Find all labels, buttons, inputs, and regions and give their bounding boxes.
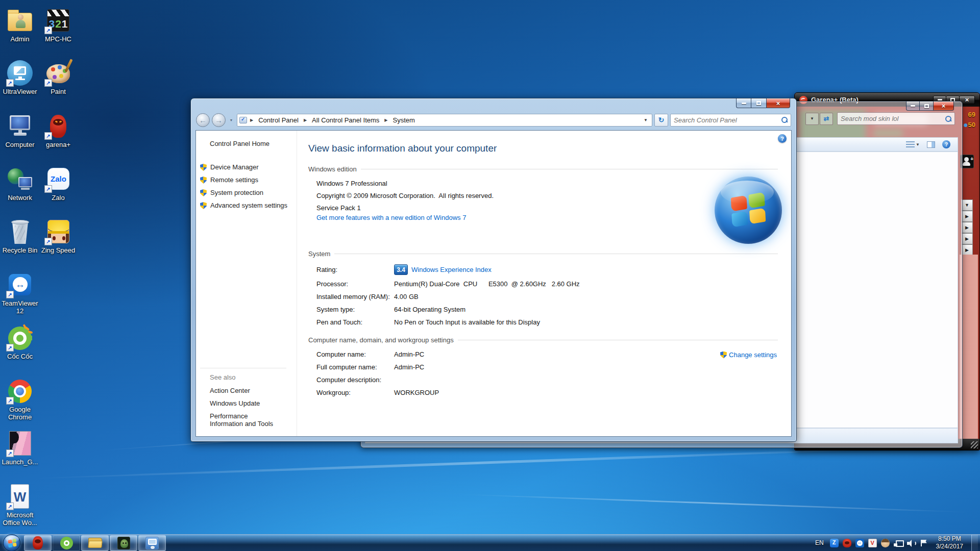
system-settings-taskbar-icon: [145, 537, 159, 549]
desktop-icon-zing-speed[interactable]: Zing Speed: [36, 218, 81, 255]
tray-zalo-icon[interactable]: [830, 539, 839, 547]
garena-panel-arrow-button[interactable]: ▶: [961, 211, 973, 222]
breadcrumb-system[interactable]: System: [390, 116, 416, 124]
explorer-close-button[interactable]: ×: [934, 102, 954, 111]
shortcut-arrow-icon: [6, 449, 14, 457]
folder-user-icon: [7, 7, 33, 34]
address-bar[interactable]: ▶ Control Panel ▶ All Control Panel Item…: [237, 114, 652, 127]
sidebar-item-advanced-system-settings[interactable]: Advanced system settings: [196, 199, 297, 212]
explorer-refresh-button[interactable]: ⇄: [820, 113, 833, 125]
refresh-button[interactable]: ↻: [654, 114, 668, 127]
taskbar-button-coccoc[interactable]: [53, 535, 80, 551]
sidebar-item-control-panel-home[interactable]: Control Panel Home: [196, 131, 297, 147]
points-dot-icon: [964, 123, 967, 127]
breadcrumb-all-items[interactable]: All Control Panel Items: [310, 116, 381, 124]
desktop-icon-mpc-hc[interactable]: 321 MPC-HC: [36, 7, 81, 43]
shortcut-arrow-icon: [6, 79, 14, 87]
search-magnifier-icon[interactable]: [945, 116, 951, 122]
change-view-icon[interactable]: [906, 141, 915, 148]
language-indicator[interactable]: EN: [813, 539, 826, 546]
windows-edition-header: Windows edition: [308, 165, 778, 173]
preview-pane-icon[interactable]: [927, 141, 935, 148]
breadcrumb-arrow-icon: ▶: [384, 118, 387, 122]
get-more-features-link[interactable]: Get more features with a new edition of …: [316, 214, 778, 221]
control-panel-search-box[interactable]: [670, 114, 791, 127]
system-minimize-button[interactable]: [736, 98, 751, 108]
rating-label: Rating:: [316, 266, 394, 273]
show-desktop-button[interactable]: [971, 535, 978, 551]
garena-panel-arrow-button[interactable]: ▶: [961, 244, 973, 256]
system-page-icon: [239, 117, 247, 123]
desktop-icon-word[interactable]: Microsoft Office Wo...: [0, 483, 42, 527]
sidebar-item-remote-settings[interactable]: Remote settings: [196, 173, 297, 186]
tray-volume-icon[interactable]: [906, 539, 915, 547]
system-window: × ← → ▼ ▶ Control Panel ▶ All Control Pa…: [190, 98, 797, 442]
system-maximize-button[interactable]: [751, 98, 767, 108]
desktop-icon-coccoc[interactable]: Cốc Cốc: [0, 324, 42, 361]
garena-panel-arrow-button[interactable]: ▶: [961, 233, 973, 244]
full-computer-name-row: Full computer name: Admin-PC: [316, 363, 778, 371]
tray-garena-icon[interactable]: [843, 539, 851, 547]
breadcrumb-control-panel[interactable]: Control Panel: [256, 116, 301, 124]
views-dropdown-caret-icon[interactable]: ▼: [916, 142, 920, 147]
tray-v-app-icon[interactable]: [868, 539, 877, 547]
sidebar-item-device-manager[interactable]: Device Manager: [196, 161, 297, 173]
shortcut-arrow-icon: [6, 397, 14, 405]
shortcut-arrow-icon: [6, 344, 14, 352]
garena-mascot-icon: [45, 113, 71, 139]
taskbar-button-explorer[interactable]: [81, 535, 109, 551]
tray-avatar-icon[interactable]: [881, 539, 890, 547]
edition-name: Windows 7 Professional: [316, 180, 778, 187]
sidebar-item-windows-update[interactable]: Windows Update: [196, 397, 290, 410]
breadcrumb-arrow-icon: ▶: [250, 118, 253, 122]
taskbar-button-system[interactable]: [138, 535, 166, 551]
control-panel-search-input[interactable]: [674, 116, 781, 124]
shortcut-arrow-icon: [44, 238, 52, 245]
change-settings[interactable]: Change settings: [720, 351, 777, 359]
system-section: Rating: 3.4 Windows Experience Index Pro…: [308, 264, 778, 326]
add-friend-plus-icon: +: [970, 156, 973, 162]
service-pack-text: Service Pack 1: [316, 204, 778, 212]
taskbar-clock[interactable]: 8:50 PM 3/24/2017: [932, 535, 967, 550]
search-magnifier-icon[interactable]: [781, 117, 788, 123]
desktop-icon-garena[interactable]: garena+: [36, 113, 81, 149]
desktop-icon-launch-game[interactable]: Launch_G...: [0, 430, 42, 466]
start-button[interactable]: [3, 534, 20, 551]
wallpaper-light-streak: [31, 446, 923, 480]
explorer-search-input[interactable]: [841, 115, 945, 122]
taskbar: EN 8:50 PM 3/24/2017: [0, 534, 980, 551]
windows-experience-index-link[interactable]: Windows Experience Index: [411, 266, 492, 273]
explorer-address-dropdown-button[interactable]: ▼: [805, 113, 819, 125]
desktop-icon-chrome[interactable]: Google Chrome: [0, 378, 42, 421]
address-dropdown-caret-icon[interactable]: ▼: [642, 118, 650, 122]
change-settings-link[interactable]: Change settings: [729, 351, 777, 359]
desktop-icon-zalo[interactable]: Zalo Zalo: [36, 166, 81, 202]
system-tray: EN 8:50 PM 3/24/2017: [813, 535, 980, 551]
wei-score-badge[interactable]: 3.4: [394, 264, 408, 275]
explorer-minimize-button[interactable]: [906, 102, 920, 111]
tray-action-center-flag-icon[interactable]: [919, 539, 928, 547]
sidebar-item-action-center[interactable]: Action Center: [196, 384, 290, 397]
garena-collapse-button[interactable]: ▼: [961, 199, 973, 211]
sidebar-item-performance-tools[interactable]: Performance Information and Tools: [196, 410, 287, 430]
pen-touch-row: Pen and Touch: No Pen or Touch Input is …: [316, 318, 778, 326]
sidebar-item-system-protection[interactable]: System protection: [196, 186, 297, 199]
system-window-body: Control Panel Home Device Manager Remote…: [195, 130, 792, 437]
garena-panel-arrow-button[interactable]: ▶: [961, 222, 973, 233]
desktop-icon-teamviewer[interactable]: TeamViewer 12: [0, 271, 42, 315]
tray-network-icon[interactable]: [894, 539, 902, 547]
taskbar-button-game[interactable]: [110, 535, 137, 551]
desktop-icon-paint[interactable]: Paint: [36, 60, 81, 96]
forward-button[interactable]: →: [212, 113, 226, 127]
back-button[interactable]: ←: [196, 113, 210, 127]
explorer-maximize-button[interactable]: [920, 102, 934, 111]
recent-pages-dropdown[interactable]: ▼: [228, 114, 235, 126]
taskbar-button-garena[interactable]: [24, 535, 52, 551]
resize-grip-icon[interactable]: [971, 441, 978, 448]
tray-teamviewer-icon[interactable]: [855, 539, 864, 547]
computer-name-row: Computer name: Admin-PC: [316, 350, 778, 358]
explorer-help-icon[interactable]: ?: [942, 140, 950, 148]
help-icon[interactable]: ?: [778, 134, 787, 143]
explorer-search-box[interactable]: [837, 112, 955, 125]
system-close-button[interactable]: ×: [767, 98, 790, 108]
